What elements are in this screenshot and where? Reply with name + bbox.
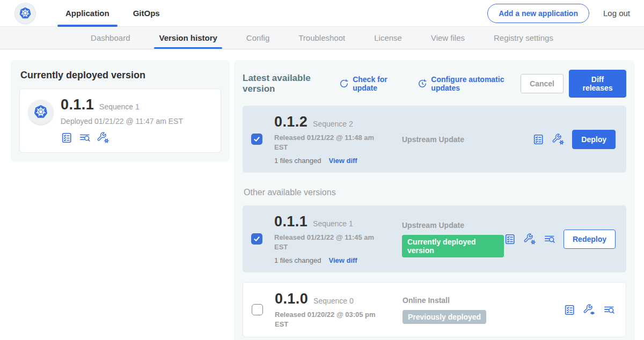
schedule-update-icon bbox=[418, 79, 427, 88]
previously-deployed-badge: Previously deployed bbox=[402, 310, 486, 324]
version-actions bbox=[564, 304, 615, 316]
app-window: Application GitOps Add a new application… bbox=[0, 0, 644, 340]
configure-automatic-updates-link[interactable]: Configure automatic updates bbox=[418, 75, 521, 92]
release-notes-icon[interactable] bbox=[564, 304, 575, 316]
version-actions: Redeploy bbox=[504, 230, 616, 249]
check-for-update-label: Check for update bbox=[353, 75, 405, 92]
release-notes-icon[interactable] bbox=[532, 134, 544, 145]
version-source-column: Online Install Previously deployed bbox=[402, 296, 564, 324]
deployed-version-info: 0.1.1 Sequence 1 Deployed 01/21/22 @ 11:… bbox=[61, 97, 183, 144]
check-for-update-link[interactable]: Check for update bbox=[339, 75, 405, 92]
version-info-column: 0.1.2 Sequence 2 Released 01/21/22 @ 11:… bbox=[274, 114, 388, 165]
tab-gitops[interactable]: GitOps bbox=[121, 0, 172, 27]
deployed-timestamp: Deployed 01/21/22 @ 11:47 am EST bbox=[61, 117, 183, 125]
version-number: 0.1.1 bbox=[274, 213, 308, 230]
tab-troubleshoot[interactable]: Troubleshoot bbox=[284, 27, 360, 49]
release-notes-icon[interactable] bbox=[61, 132, 72, 144]
edit-config-icon[interactable] bbox=[524, 233, 536, 245]
version-number: 0.1.0 bbox=[275, 291, 308, 307]
version-row-0-1-2: 0.1.2 Sequence 2 Released 01/21/22 @ 11:… bbox=[243, 106, 626, 173]
kubernetes-app-icon bbox=[28, 100, 53, 124]
top-nav-tabs: Application GitOps bbox=[54, 0, 172, 27]
sequence-label: Sequence 2 bbox=[313, 120, 353, 128]
refresh-icon bbox=[339, 79, 349, 88]
released-timestamp: Released 01/20/22 @ 03:05 pm EST bbox=[275, 310, 381, 329]
version-info-column: 0.1.0 Sequence 0 Released 01/20/22 @ 03:… bbox=[275, 291, 389, 329]
source-label: Upstream Update bbox=[402, 221, 504, 230]
tab-license[interactable]: License bbox=[360, 27, 416, 49]
other-versions-label: Other available versions bbox=[244, 188, 626, 197]
tab-dashboard[interactable]: Dashboard bbox=[76, 27, 144, 49]
tab-config[interactable]: Config bbox=[232, 27, 284, 49]
sequence-label: Sequence 1 bbox=[313, 219, 353, 228]
edit-config-icon[interactable] bbox=[97, 132, 109, 144]
files-changed-label: 1 files changed bbox=[274, 157, 321, 165]
version-checkbox-0-1-1[interactable] bbox=[251, 233, 262, 245]
view-diff-link[interactable]: View diff bbox=[328, 157, 357, 165]
deployed-version-number: 0.1.1 bbox=[61, 97, 94, 113]
version-row-0-1-0: 0.1.0 Sequence 0 Released 01/20/22 @ 03:… bbox=[243, 282, 626, 337]
tab-registry-settings[interactable]: Registry settings bbox=[479, 27, 568, 49]
source-label: Upstream Update bbox=[402, 135, 532, 144]
deploy-button[interactable]: Deploy bbox=[572, 130, 616, 149]
view-files-icon[interactable] bbox=[544, 233, 555, 245]
logout-link[interactable]: Log out bbox=[603, 9, 630, 18]
version-checkbox-0-1-0[interactable] bbox=[252, 304, 263, 315]
view-files-icon[interactable] bbox=[79, 132, 91, 144]
view-files-icon[interactable] bbox=[603, 304, 615, 316]
view-config-icon[interactable] bbox=[583, 304, 595, 316]
version-checkbox-0-1-2[interactable] bbox=[251, 134, 262, 145]
version-number: 0.1.2 bbox=[274, 114, 308, 130]
currently-deployed-title: Currently deployed version bbox=[20, 70, 221, 81]
diff-releases-button[interactable]: Diff releases bbox=[569, 70, 626, 98]
sequence-label: Sequence 0 bbox=[313, 297, 354, 305]
kubernetes-logo-icon bbox=[15, 3, 35, 24]
released-timestamp: Released 01/21/22 @ 11:45 am EST bbox=[274, 233, 380, 252]
top-navbar: Application GitOps Add a new application… bbox=[0, 0, 644, 27]
cancel-button[interactable]: Cancel bbox=[521, 74, 564, 93]
version-history-panel: Latest available version Check for updat… bbox=[234, 60, 635, 340]
latest-version-header: Latest available version Check for updat… bbox=[243, 70, 626, 98]
main-content: Currently deployed version 0.1.1 Sequenc… bbox=[0, 49, 644, 340]
released-timestamp: Released 01/21/22 @ 11:48 am EST bbox=[274, 133, 380, 152]
version-actions: Deploy bbox=[532, 130, 616, 149]
edit-config-icon[interactable] bbox=[552, 134, 564, 145]
tab-version-history[interactable]: Version history bbox=[144, 27, 231, 49]
currently-deployed-card: 0.1.1 Sequence 1 Deployed 01/21/22 @ 11:… bbox=[19, 88, 221, 153]
redeploy-button[interactable]: Redeploy bbox=[564, 230, 616, 249]
release-notes-icon[interactable] bbox=[504, 233, 516, 245]
version-row-0-1-1: 0.1.1 Sequence 1 Released 01/21/22 @ 11:… bbox=[243, 205, 626, 272]
add-application-button[interactable]: Add a new application bbox=[487, 4, 589, 23]
currently-deployed-panel: Currently deployed version 0.1.1 Sequenc… bbox=[11, 60, 230, 161]
files-changed-label: 1 files changed bbox=[274, 256, 321, 264]
configure-automatic-updates-label: Configure automatic updates bbox=[431, 75, 521, 92]
app-subnav: Dashboard Version history Config Trouble… bbox=[0, 27, 644, 49]
tab-view-files[interactable]: View files bbox=[416, 27, 479, 49]
version-info-column: 0.1.1 Sequence 1 Released 01/21/22 @ 11:… bbox=[274, 213, 388, 264]
version-source-column: Upstream Update bbox=[402, 135, 532, 144]
view-diff-link[interactable]: View diff bbox=[328, 256, 357, 264]
version-source-column: Upstream Update Currently deployed versi… bbox=[402, 221, 504, 257]
currently-deployed-badge: Currently deployed version bbox=[402, 235, 504, 257]
source-label: Online Install bbox=[402, 296, 564, 305]
deployed-sequence-label: Sequence 1 bbox=[99, 102, 140, 111]
latest-version-title: Latest available version bbox=[243, 73, 333, 94]
tab-application[interactable]: Application bbox=[54, 0, 121, 27]
